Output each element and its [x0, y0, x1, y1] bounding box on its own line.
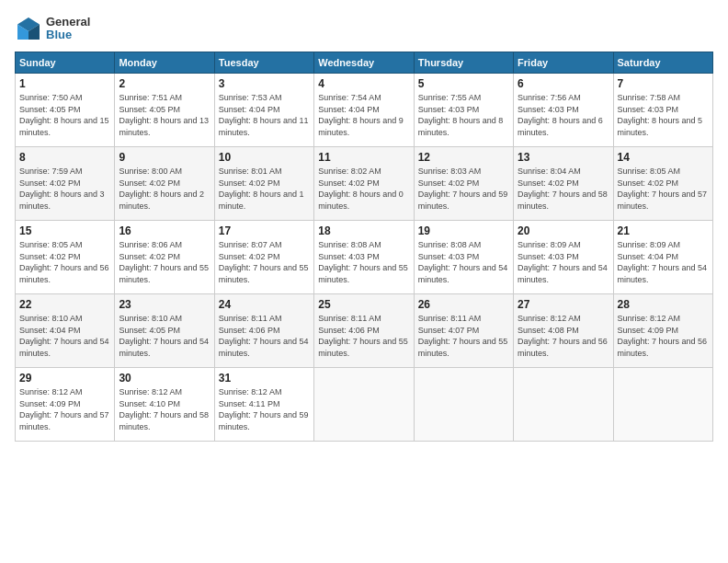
day-info: Sunrise: 8:07 AMSunset: 4:02 PMDaylight:…	[219, 239, 310, 285]
day-info: Sunrise: 8:12 AMSunset: 4:10 PMDaylight:…	[119, 386, 210, 432]
day-number: 6	[518, 77, 609, 90]
calendar-cell: 30Sunrise: 8:12 AMSunset: 4:10 PMDayligh…	[115, 368, 214, 442]
calendar-cell: 12Sunrise: 8:03 AMSunset: 4:02 PMDayligh…	[414, 147, 513, 221]
calendar-cell: 24Sunrise: 8:11 AMSunset: 4:06 PMDayligh…	[214, 294, 313, 368]
calendar-cell: 18Sunrise: 8:08 AMSunset: 4:03 PMDayligh…	[314, 221, 414, 294]
page-header: General Blue	[15, 15, 713, 42]
calendar-cell	[414, 368, 513, 442]
day-number: 29	[19, 372, 110, 385]
calendar-cell: 20Sunrise: 8:09 AMSunset: 4:03 PMDayligh…	[514, 221, 613, 294]
day-info: Sunrise: 8:12 AMSunset: 4:11 PMDaylight:…	[219, 386, 310, 432]
day-info: Sunrise: 8:06 AMSunset: 4:02 PMDaylight:…	[119, 239, 210, 285]
day-info: Sunrise: 8:11 AMSunset: 4:07 PMDaylight:…	[418, 313, 509, 359]
header-saturday: Saturday	[613, 52, 712, 74]
day-number: 16	[119, 224, 210, 237]
calendar-cell: 25Sunrise: 8:11 AMSunset: 4:06 PMDayligh…	[314, 294, 414, 368]
day-number: 26	[418, 298, 509, 311]
calendar-table: Sunday Monday Tuesday Wednesday Thursday…	[15, 52, 713, 442]
day-info: Sunrise: 7:59 AMSunset: 4:02 PMDaylight:…	[19, 166, 110, 212]
day-info: Sunrise: 8:12 AMSunset: 4:09 PMDaylight:…	[618, 313, 709, 359]
calendar-cell: 23Sunrise: 8:10 AMSunset: 4:05 PMDayligh…	[115, 294, 214, 368]
day-info: Sunrise: 8:03 AMSunset: 4:02 PMDaylight:…	[418, 166, 509, 212]
calendar-cell: 1Sunrise: 7:50 AMSunset: 4:05 PMDaylight…	[16, 74, 115, 147]
calendar-cell: 29Sunrise: 8:12 AMSunset: 4:09 PMDayligh…	[16, 368, 115, 442]
day-number: 22	[19, 298, 110, 311]
weekday-header-row: Sunday Monday Tuesday Wednesday Thursday…	[16, 52, 713, 74]
day-info: Sunrise: 7:53 AMSunset: 4:04 PMDaylight:…	[219, 92, 310, 138]
day-number: 2	[119, 77, 210, 90]
calendar-cell: 26Sunrise: 8:11 AMSunset: 4:07 PMDayligh…	[414, 294, 513, 368]
calendar-cell: 17Sunrise: 8:07 AMSunset: 4:02 PMDayligh…	[214, 221, 313, 294]
calendar-cell	[613, 368, 712, 442]
logo-icon	[15, 15, 42, 42]
day-info: Sunrise: 8:09 AMSunset: 4:04 PMDaylight:…	[618, 239, 709, 285]
calendar-cell	[514, 368, 613, 442]
calendar-cell: 22Sunrise: 8:10 AMSunset: 4:04 PMDayligh…	[16, 294, 115, 368]
day-info: Sunrise: 7:51 AMSunset: 4:05 PMDaylight:…	[119, 92, 210, 138]
calendar-row: 22Sunrise: 8:10 AMSunset: 4:04 PMDayligh…	[16, 294, 713, 368]
day-info: Sunrise: 7:50 AMSunset: 4:05 PMDaylight:…	[19, 92, 110, 138]
day-info: Sunrise: 8:04 AMSunset: 4:02 PMDaylight:…	[518, 166, 609, 212]
day-number: 7	[618, 77, 709, 90]
day-info: Sunrise: 7:55 AMSunset: 4:03 PMDaylight:…	[418, 92, 509, 138]
day-info: Sunrise: 7:56 AMSunset: 4:03 PMDaylight:…	[518, 92, 609, 138]
day-info: Sunrise: 8:12 AMSunset: 4:09 PMDaylight:…	[19, 386, 110, 432]
logo: General Blue	[15, 15, 90, 42]
calendar-cell: 2Sunrise: 7:51 AMSunset: 4:05 PMDaylight…	[115, 74, 214, 147]
day-number: 8	[19, 151, 110, 164]
calendar-cell: 10Sunrise: 8:01 AMSunset: 4:02 PMDayligh…	[214, 147, 313, 221]
logo-general: General	[46, 16, 90, 29]
day-number: 10	[219, 151, 310, 164]
day-number: 5	[418, 77, 509, 90]
calendar-cell: 13Sunrise: 8:04 AMSunset: 4:02 PMDayligh…	[514, 147, 613, 221]
day-number: 14	[618, 151, 709, 164]
header-sunday: Sunday	[16, 52, 115, 74]
calendar-cell: 9Sunrise: 8:00 AMSunset: 4:02 PMDaylight…	[115, 147, 214, 221]
calendar-cell: 4Sunrise: 7:54 AMSunset: 4:04 PMDaylight…	[314, 74, 414, 147]
header-tuesday: Tuesday	[214, 52, 313, 74]
day-number: 30	[119, 372, 210, 385]
day-info: Sunrise: 7:58 AMSunset: 4:03 PMDaylight:…	[618, 92, 709, 138]
logo-text: General Blue	[46, 16, 90, 42]
day-info: Sunrise: 8:09 AMSunset: 4:03 PMDaylight:…	[518, 239, 609, 285]
calendar-cell: 19Sunrise: 8:08 AMSunset: 4:03 PMDayligh…	[414, 221, 513, 294]
day-info: Sunrise: 8:00 AMSunset: 4:02 PMDaylight:…	[119, 166, 210, 212]
day-number: 31	[219, 372, 310, 385]
calendar-cell: 7Sunrise: 7:58 AMSunset: 4:03 PMDaylight…	[613, 74, 712, 147]
calendar-cell: 14Sunrise: 8:05 AMSunset: 4:02 PMDayligh…	[613, 147, 712, 221]
day-number: 27	[518, 298, 609, 311]
header-thursday: Thursday	[414, 52, 513, 74]
calendar-row: 15Sunrise: 8:05 AMSunset: 4:02 PMDayligh…	[16, 221, 713, 294]
day-number: 18	[318, 224, 409, 237]
day-number: 25	[318, 298, 409, 311]
day-number: 11	[318, 151, 409, 164]
day-info: Sunrise: 8:11 AMSunset: 4:06 PMDaylight:…	[318, 313, 409, 359]
calendar-cell: 3Sunrise: 7:53 AMSunset: 4:04 PMDaylight…	[214, 74, 313, 147]
header-monday: Monday	[115, 52, 214, 74]
calendar-cell: 15Sunrise: 8:05 AMSunset: 4:02 PMDayligh…	[16, 221, 115, 294]
calendar-page: General Blue Sunday Monday Tuesday Wedne…	[0, 0, 728, 563]
day-number: 3	[219, 77, 310, 90]
day-info: Sunrise: 8:05 AMSunset: 4:02 PMDaylight:…	[618, 166, 709, 212]
day-number: 4	[318, 77, 409, 90]
day-info: Sunrise: 8:05 AMSunset: 4:02 PMDaylight:…	[19, 239, 110, 285]
calendar-cell: 11Sunrise: 8:02 AMSunset: 4:02 PMDayligh…	[314, 147, 414, 221]
calendar-cell	[314, 368, 414, 442]
calendar-cell: 8Sunrise: 7:59 AMSunset: 4:02 PMDaylight…	[16, 147, 115, 221]
day-info: Sunrise: 8:01 AMSunset: 4:02 PMDaylight:…	[219, 166, 310, 212]
calendar-row: 8Sunrise: 7:59 AMSunset: 4:02 PMDaylight…	[16, 147, 713, 221]
header-friday: Friday	[514, 52, 613, 74]
calendar-row: 29Sunrise: 8:12 AMSunset: 4:09 PMDayligh…	[16, 368, 713, 442]
day-number: 19	[418, 224, 509, 237]
calendar-cell: 5Sunrise: 7:55 AMSunset: 4:03 PMDaylight…	[414, 74, 513, 147]
day-info: Sunrise: 8:08 AMSunset: 4:03 PMDaylight:…	[418, 239, 509, 285]
day-number: 21	[618, 224, 709, 237]
day-number: 1	[19, 77, 110, 90]
calendar-cell: 16Sunrise: 8:06 AMSunset: 4:02 PMDayligh…	[115, 221, 214, 294]
calendar-cell: 31Sunrise: 8:12 AMSunset: 4:11 PMDayligh…	[214, 368, 313, 442]
day-info: Sunrise: 8:10 AMSunset: 4:05 PMDaylight:…	[119, 313, 210, 359]
calendar-cell: 6Sunrise: 7:56 AMSunset: 4:03 PMDaylight…	[514, 74, 613, 147]
day-number: 23	[119, 298, 210, 311]
day-info: Sunrise: 8:11 AMSunset: 4:06 PMDaylight:…	[219, 313, 310, 359]
day-info: Sunrise: 8:08 AMSunset: 4:03 PMDaylight:…	[318, 239, 409, 285]
